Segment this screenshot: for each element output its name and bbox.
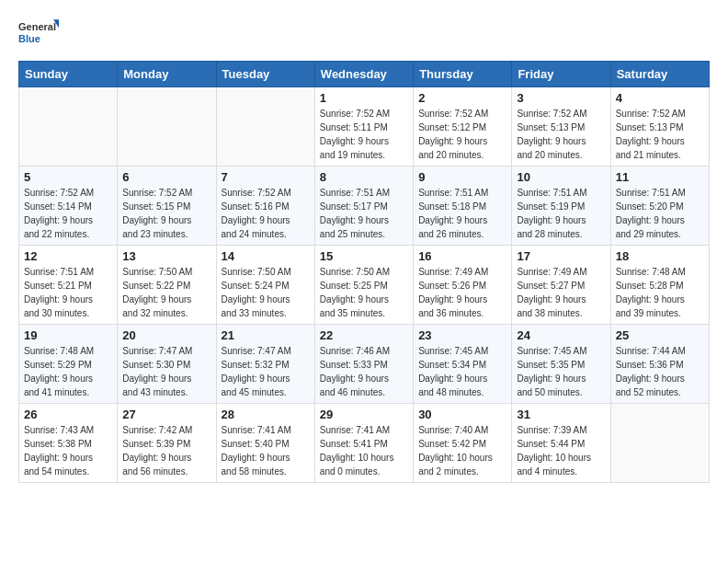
day-cell: 24Sunrise: 7:45 AMSunset: 5:35 PMDayligh… — [512, 325, 610, 404]
weekday-header-wednesday: Wednesday — [314, 62, 413, 87]
day-cell: 17Sunrise: 7:49 AMSunset: 5:27 PMDayligh… — [512, 246, 610, 325]
day-info: Sunrise: 7:41 AMSunset: 5:41 PMDaylight:… — [320, 423, 408, 478]
day-cell: 25Sunrise: 7:44 AMSunset: 5:36 PMDayligh… — [610, 325, 709, 404]
logo: General Blue — [18, 15, 59, 52]
day-number: 27 — [122, 408, 210, 421]
day-number: 19 — [24, 328, 112, 342]
day-info: Sunrise: 7:43 AMSunset: 5:38 PMDaylight:… — [24, 423, 112, 478]
day-info: Sunrise: 7:49 AMSunset: 5:26 PMDaylight:… — [418, 265, 506, 320]
day-number: 30 — [418, 408, 506, 421]
day-info: Sunrise: 7:51 AMSunset: 5:17 PMDaylight:… — [320, 186, 408, 241]
day-info: Sunrise: 7:52 AMSunset: 5:13 PMDaylight:… — [517, 107, 605, 162]
day-info: Sunrise: 7:40 AMSunset: 5:42 PMDaylight:… — [418, 423, 506, 478]
week-row-5: 26Sunrise: 7:43 AMSunset: 5:38 PMDayligh… — [19, 404, 710, 483]
day-number: 10 — [517, 170, 605, 184]
day-info: Sunrise: 7:50 AMSunset: 5:22 PMDaylight:… — [122, 265, 210, 320]
day-number: 17 — [517, 249, 605, 263]
day-info: Sunrise: 7:51 AMSunset: 5:18 PMDaylight:… — [418, 186, 506, 241]
day-cell: 4Sunrise: 7:52 AMSunset: 5:13 PMDaylight… — [610, 87, 709, 167]
day-info: Sunrise: 7:45 AMSunset: 5:35 PMDaylight:… — [517, 344, 605, 399]
day-number: 28 — [222, 408, 310, 421]
day-info: Sunrise: 7:47 AMSunset: 5:32 PMDaylight:… — [222, 344, 310, 399]
day-info: Sunrise: 7:51 AMSunset: 5:21 PMDaylight:… — [24, 265, 112, 320]
day-number: 24 — [517, 328, 605, 342]
day-cell: 6Sunrise: 7:52 AMSunset: 5:15 PMDaylight… — [118, 167, 216, 246]
day-info: Sunrise: 7:49 AMSunset: 5:27 PMDaylight:… — [517, 265, 605, 320]
day-info: Sunrise: 7:52 AMSunset: 5:13 PMDaylight:… — [616, 107, 704, 162]
day-info: Sunrise: 7:52 AMSunset: 5:14 PMDaylight:… — [24, 186, 112, 241]
day-cell: 13Sunrise: 7:50 AMSunset: 5:22 PMDayligh… — [118, 246, 216, 325]
day-cell: 15Sunrise: 7:50 AMSunset: 5:25 PMDayligh… — [314, 246, 413, 325]
week-row-1: 1Sunrise: 7:52 AMSunset: 5:11 PMDaylight… — [19, 87, 710, 167]
day-number: 15 — [320, 249, 408, 263]
day-cell: 3Sunrise: 7:52 AMSunset: 5:13 PMDaylight… — [512, 87, 610, 167]
weekday-header-saturday: Saturday — [610, 62, 709, 87]
day-info: Sunrise: 7:48 AMSunset: 5:28 PMDaylight:… — [616, 265, 704, 320]
day-cell: 27Sunrise: 7:42 AMSunset: 5:39 PMDayligh… — [118, 404, 216, 483]
day-number: 26 — [24, 408, 112, 421]
weekday-header-sunday: Sunday — [19, 62, 118, 87]
day-cell: 26Sunrise: 7:43 AMSunset: 5:38 PMDayligh… — [19, 404, 118, 483]
day-number: 25 — [616, 328, 704, 342]
day-cell — [610, 404, 709, 483]
day-cell: 23Sunrise: 7:45 AMSunset: 5:34 PMDayligh… — [414, 325, 512, 404]
day-info: Sunrise: 7:47 AMSunset: 5:30 PMDaylight:… — [122, 344, 210, 399]
day-cell — [216, 87, 314, 167]
day-number: 22 — [320, 328, 408, 342]
day-cell: 29Sunrise: 7:41 AMSunset: 5:41 PMDayligh… — [314, 404, 413, 483]
day-info: Sunrise: 7:52 AMSunset: 5:15 PMDaylight:… — [122, 186, 210, 241]
weekday-header-tuesday: Tuesday — [216, 62, 314, 87]
day-cell: 19Sunrise: 7:48 AMSunset: 5:29 PMDayligh… — [19, 325, 118, 404]
day-number: 29 — [320, 408, 408, 421]
day-cell: 10Sunrise: 7:51 AMSunset: 5:19 PMDayligh… — [512, 167, 610, 246]
day-cell: 5Sunrise: 7:52 AMSunset: 5:14 PMDaylight… — [19, 167, 118, 246]
day-number: 9 — [418, 170, 506, 184]
day-cell: 20Sunrise: 7:47 AMSunset: 5:30 PMDayligh… — [118, 325, 216, 404]
day-number: 11 — [616, 170, 704, 184]
svg-text:Blue: Blue — [18, 33, 40, 44]
calendar-table: SundayMondayTuesdayWednesdayThursdayFrid… — [18, 61, 710, 483]
day-number: 3 — [517, 91, 605, 105]
day-info: Sunrise: 7:52 AMSunset: 5:12 PMDaylight:… — [418, 107, 506, 162]
weekday-header-monday: Monday — [118, 62, 216, 87]
day-cell: 28Sunrise: 7:41 AMSunset: 5:40 PMDayligh… — [216, 404, 314, 483]
week-row-3: 12Sunrise: 7:51 AMSunset: 5:21 PMDayligh… — [19, 246, 710, 325]
day-number: 16 — [418, 249, 506, 263]
week-row-4: 19Sunrise: 7:48 AMSunset: 5:29 PMDayligh… — [19, 325, 710, 404]
day-cell: 9Sunrise: 7:51 AMSunset: 5:18 PMDaylight… — [414, 167, 512, 246]
day-number: 12 — [24, 249, 112, 263]
day-info: Sunrise: 7:50 AMSunset: 5:25 PMDaylight:… — [320, 265, 408, 320]
day-info: Sunrise: 7:48 AMSunset: 5:29 PMDaylight:… — [24, 344, 112, 399]
day-cell: 22Sunrise: 7:46 AMSunset: 5:33 PMDayligh… — [314, 325, 413, 404]
day-cell: 2Sunrise: 7:52 AMSunset: 5:12 PMDaylight… — [414, 87, 512, 167]
day-number: 20 — [122, 328, 210, 342]
day-cell — [19, 87, 118, 167]
day-info: Sunrise: 7:42 AMSunset: 5:39 PMDaylight:… — [122, 423, 210, 478]
day-cell: 7Sunrise: 7:52 AMSunset: 5:16 PMDaylight… — [216, 167, 314, 246]
day-cell — [118, 87, 216, 167]
day-number: 6 — [122, 170, 210, 184]
day-info: Sunrise: 7:51 AMSunset: 5:20 PMDaylight:… — [616, 186, 704, 241]
day-cell: 31Sunrise: 7:39 AMSunset: 5:44 PMDayligh… — [512, 404, 610, 483]
page-header: General Blue — [18, 15, 710, 52]
day-info: Sunrise: 7:39 AMSunset: 5:44 PMDaylight:… — [517, 423, 605, 478]
day-info: Sunrise: 7:45 AMSunset: 5:34 PMDaylight:… — [418, 344, 506, 399]
day-cell: 30Sunrise: 7:40 AMSunset: 5:42 PMDayligh… — [414, 404, 512, 483]
weekday-header-row: SundayMondayTuesdayWednesdayThursdayFrid… — [19, 62, 710, 87]
day-number: 4 — [616, 91, 704, 105]
day-number: 8 — [320, 170, 408, 184]
day-info: Sunrise: 7:52 AMSunset: 5:16 PMDaylight:… — [222, 186, 310, 241]
svg-text:General: General — [18, 21, 56, 32]
day-number: 13 — [122, 249, 210, 263]
day-info: Sunrise: 7:46 AMSunset: 5:33 PMDaylight:… — [320, 344, 408, 399]
day-number: 5 — [24, 170, 112, 184]
day-number: 2 — [418, 91, 506, 105]
day-info: Sunrise: 7:50 AMSunset: 5:24 PMDaylight:… — [222, 265, 310, 320]
day-cell: 18Sunrise: 7:48 AMSunset: 5:28 PMDayligh… — [610, 246, 709, 325]
day-cell: 16Sunrise: 7:49 AMSunset: 5:26 PMDayligh… — [414, 246, 512, 325]
week-row-2: 5Sunrise: 7:52 AMSunset: 5:14 PMDaylight… — [19, 167, 710, 246]
weekday-header-thursday: Thursday — [414, 62, 512, 87]
day-number: 23 — [418, 328, 506, 342]
day-number: 14 — [222, 249, 310, 263]
day-info: Sunrise: 7:44 AMSunset: 5:36 PMDaylight:… — [616, 344, 704, 399]
